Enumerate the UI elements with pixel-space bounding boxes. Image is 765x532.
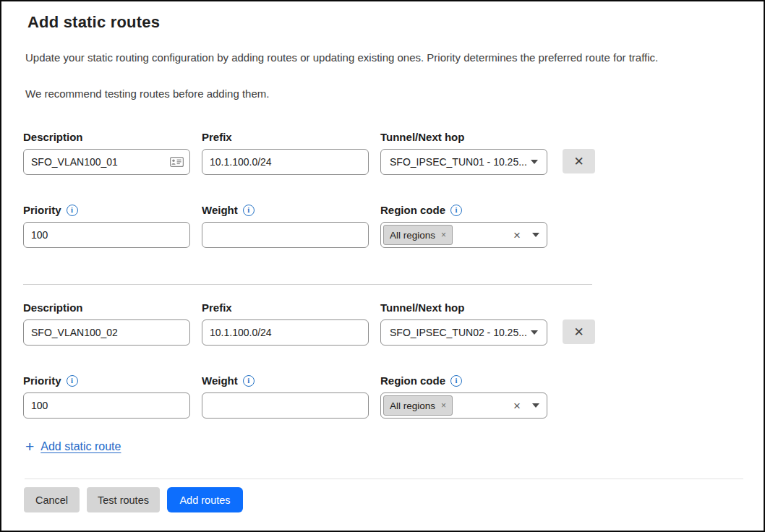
tunnel-field-1: Tunnel/Next hop SFO_IPSEC_TUN01 - 10.25.… xyxy=(380,131,547,175)
region-label: Region code i xyxy=(380,374,547,387)
dialog-frame: Add static routes Update your static rou… xyxy=(0,0,765,532)
tunnel-select[interactable]: SFO_IPSEC_TUN01 - 10.25... xyxy=(380,149,547,175)
test-routes-button[interactable]: Test routes xyxy=(87,487,160,512)
tunnel-select[interactable]: SFO_IPSEC_TUN02 - 10.25... xyxy=(380,319,547,346)
prefix-input[interactable] xyxy=(202,149,369,175)
prefix-input[interactable] xyxy=(202,319,369,346)
description-field-1: Description xyxy=(23,131,190,175)
priority-label-text: Priority xyxy=(23,204,61,216)
region-tag-label: All regions xyxy=(390,400,435,411)
weight-label: Weight i xyxy=(202,204,369,216)
priority-input[interactable] xyxy=(23,222,190,248)
route-1-options-row: Priority i Weight i xyxy=(23,204,740,248)
remove-route-button[interactable]: ✕ xyxy=(563,149,595,173)
weight-input[interactable] xyxy=(202,222,369,248)
clear-selection-icon[interactable]: × xyxy=(513,229,521,241)
intro-line-2: We recommend testing routes before addin… xyxy=(25,87,740,100)
tunnel-selected-value: SFO_IPSEC_TUN01 - 10.25... xyxy=(390,156,527,168)
description-label: Description xyxy=(23,301,190,314)
priority-label: Priority i xyxy=(23,204,190,216)
close-icon: ✕ xyxy=(573,326,584,338)
close-icon: ✕ xyxy=(573,155,584,168)
description-label-text: Description xyxy=(23,131,83,143)
region-label: Region code i xyxy=(380,204,547,216)
weight-label-text: Weight xyxy=(202,204,238,216)
intro-text: Update your static routing configuration… xyxy=(23,51,740,100)
tag-remove-icon[interactable]: × xyxy=(441,400,446,411)
priority-field-1: Priority i xyxy=(23,204,190,248)
intro-line-1: Update your static routing configuration… xyxy=(25,51,740,64)
info-icon[interactable]: i xyxy=(450,205,462,216)
region-select[interactable]: All regions × × xyxy=(380,222,547,248)
region-label-text: Region code xyxy=(380,374,445,387)
route-1-main-row: Description xyxy=(23,131,740,175)
route-2-main-row: Description Prefix Tunnel/Next hop xyxy=(23,301,740,346)
region-tag: All regions × xyxy=(383,225,453,245)
weight-label: Weight i xyxy=(202,374,369,387)
priority-label: Priority i xyxy=(23,374,190,387)
description-input[interactable] xyxy=(23,319,190,346)
tunnel-label-text: Tunnel/Next hop xyxy=(380,131,464,143)
route-entry-2: Description Prefix Tunnel/Next hop xyxy=(23,301,740,419)
prefix-label: Prefix xyxy=(202,301,369,314)
region-field-1: Region code i All regions × × xyxy=(380,204,547,248)
page-title: Add static routes xyxy=(23,12,740,33)
priority-label-text: Priority xyxy=(23,374,61,387)
tunnel-field-2: Tunnel/Next hop SFO_IPSEC_TUN02 - 10.25.… xyxy=(380,301,547,346)
region-tag-label: All regions xyxy=(390,230,435,241)
tag-remove-icon[interactable]: × xyxy=(441,230,446,240)
weight-input[interactable] xyxy=(202,392,369,419)
region-tag: All regions × xyxy=(383,395,453,416)
info-icon[interactable]: i xyxy=(243,205,255,216)
priority-field-2: Priority i xyxy=(23,374,190,419)
prefix-label-text: Prefix xyxy=(202,301,232,314)
contact-card-icon[interactable] xyxy=(170,157,184,167)
weight-label-text: Weight xyxy=(202,374,238,387)
plus-icon: + xyxy=(25,440,34,453)
region-select[interactable]: All regions × × xyxy=(380,392,547,419)
chevron-down-icon xyxy=(531,160,538,164)
tunnel-selected-value: SFO_IPSEC_TUN02 - 10.25... xyxy=(390,327,527,338)
description-field-2: Description xyxy=(23,301,190,346)
chevron-down-icon xyxy=(531,330,538,335)
info-icon[interactable]: i xyxy=(67,375,78,387)
prefix-label: Prefix xyxy=(202,131,369,143)
route-entries: Description xyxy=(23,131,740,455)
description-label-text: Description xyxy=(23,301,83,314)
description-input[interactable] xyxy=(23,149,190,175)
route-entry-1: Description xyxy=(23,131,740,248)
footer-divider xyxy=(25,479,743,479)
add-static-route-label: Add static route xyxy=(40,440,121,453)
chevron-down-icon xyxy=(532,403,539,408)
remove-route-button[interactable]: ✕ xyxy=(563,319,595,344)
info-icon[interactable]: i xyxy=(243,375,255,387)
prefix-field-2: Prefix xyxy=(202,301,369,346)
entry-divider xyxy=(23,284,592,285)
add-routes-button[interactable]: Add routes xyxy=(167,487,243,512)
cancel-button[interactable]: Cancel xyxy=(24,487,80,512)
prefix-label-text: Prefix xyxy=(202,131,232,143)
weight-field-1: Weight i xyxy=(202,204,369,248)
prefix-field-1: Prefix xyxy=(202,131,369,175)
info-icon[interactable]: i xyxy=(450,375,462,387)
tunnel-label: Tunnel/Next hop xyxy=(380,301,547,314)
weight-field-2: Weight i xyxy=(202,374,369,419)
priority-input[interactable] xyxy=(23,392,190,419)
clear-selection-icon[interactable]: × xyxy=(513,400,521,412)
add-static-route-link[interactable]: + Add static route xyxy=(25,440,121,453)
description-label: Description xyxy=(23,131,190,143)
info-icon[interactable]: i xyxy=(67,205,78,216)
dialog-footer: Cancel Test routes Add routes xyxy=(23,479,740,512)
region-field-2: Region code i All regions × × xyxy=(380,374,547,419)
region-label-text: Region code xyxy=(380,204,445,216)
tunnel-label-text: Tunnel/Next hop xyxy=(380,301,464,314)
chevron-down-icon xyxy=(532,233,539,237)
tunnel-label: Tunnel/Next hop xyxy=(380,131,547,143)
route-2-options-row: Priority i Weight i xyxy=(23,374,740,419)
